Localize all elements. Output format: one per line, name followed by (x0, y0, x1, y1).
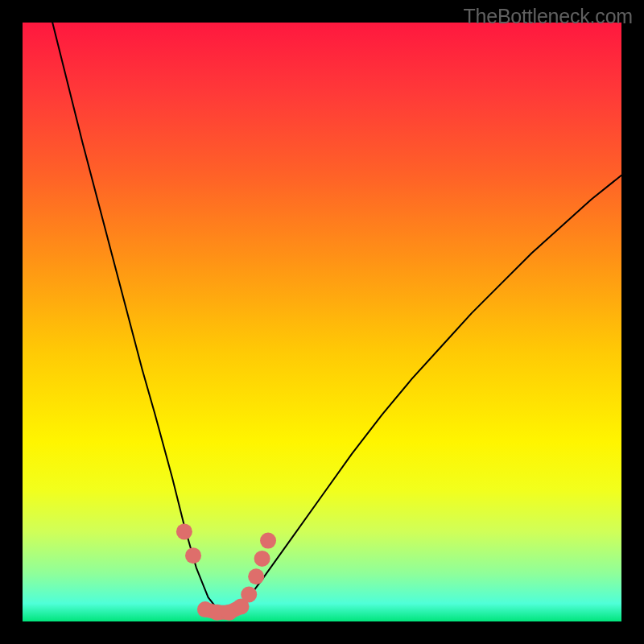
marker-bead (254, 551, 270, 567)
bottleneck-chart (0, 0, 644, 644)
marker-bead (176, 523, 192, 539)
chart-plot-area (23, 23, 621, 621)
watermark-text: TheBottleneck.com (463, 5, 633, 28)
chart-container: TheBottleneck.com (0, 0, 644, 644)
marker-bead (185, 547, 201, 564)
marker-bead (260, 533, 276, 549)
marker-bead (241, 587, 257, 603)
marker-bead (248, 568, 264, 584)
